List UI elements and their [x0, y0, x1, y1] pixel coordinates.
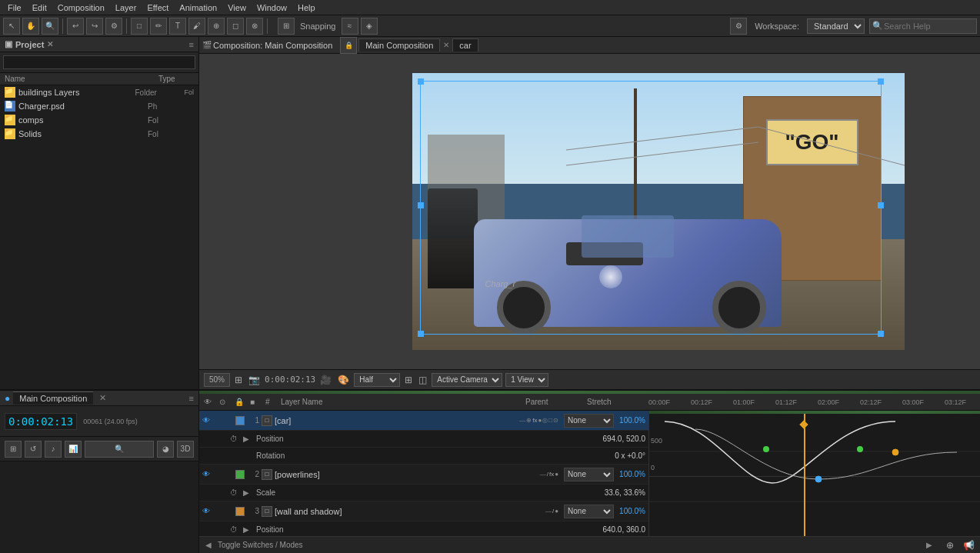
- project-panel-close[interactable]: ✕: [47, 40, 53, 48]
- menu-effect[interactable]: Effect: [142, 2, 173, 14]
- project-item-comps[interactable]: 📁 comps Fol: [0, 113, 198, 127]
- color-icon[interactable]: 🎨: [336, 375, 351, 385]
- scale-triangle[interactable]: ▶: [243, 488, 254, 497]
- l3-sw2[interactable]: /: [552, 508, 554, 515]
- l2-sw4[interactable]: ●: [555, 471, 558, 478]
- tool-rect[interactable]: □: [131, 18, 148, 35]
- tool-zoom[interactable]: 🔍: [42, 18, 58, 35]
- snapping-options[interactable]: ≈: [342, 18, 358, 35]
- workspace-settings[interactable]: ⚙: [730, 18, 747, 35]
- l1-sw2[interactable]: ⊕: [526, 417, 532, 424]
- kf-layer2-b[interactable]: [857, 446, 863, 452]
- layer-row-2[interactable]: 👁 2 □ [powerlines] — / fx ●: [199, 465, 648, 485]
- toggle-btn-right[interactable]: ▶: [926, 541, 932, 549]
- menu-file[interactable]: File: [3, 2, 26, 14]
- snapping-toggle[interactable]: ⊞: [278, 18, 295, 35]
- tool-clone[interactable]: ⊕: [208, 18, 225, 35]
- l3-sw1[interactable]: —: [545, 508, 552, 515]
- view-select[interactable]: 1 View: [505, 373, 548, 387]
- tool-select[interactable]: ↖: [3, 18, 20, 35]
- pos-triangle[interactable]: ▶: [243, 435, 254, 443]
- snapshot-icon[interactable]: 📷: [247, 375, 262, 385]
- tool-redo[interactable]: ↪: [86, 18, 103, 35]
- l2-sw2-slash[interactable]: /: [547, 471, 548, 478]
- layer-1-name[interactable]: [car]: [275, 416, 517, 425]
- layer-2-eye[interactable]: 👁: [202, 470, 210, 478]
- zoom-select-btn[interactable]: 50%: [204, 373, 230, 387]
- project-item-charger[interactable]: 📄 Charger.psd Ph: [0, 99, 198, 113]
- l1-sw1[interactable]: —: [519, 417, 525, 424]
- layer-3-name[interactable]: [wall and shadow]: [275, 507, 543, 516]
- project-panel-menu[interactable]: ≡: [189, 40, 194, 49]
- toggle-btn-left[interactable]: ◀: [205, 541, 212, 549]
- search-input[interactable]: [869, 18, 977, 34]
- layer-3-parent[interactable]: None: [564, 505, 614, 518]
- l1-sw4[interactable]: ●: [538, 417, 542, 424]
- l1-sw7[interactable]: ⊙: [553, 417, 558, 424]
- tool-hand[interactable]: ✋: [22, 18, 39, 35]
- snap-btn2[interactable]: ◈: [361, 18, 378, 35]
- tl-icon-2[interactable]: 📢: [962, 540, 976, 551]
- main-comp-close[interactable]: ✕: [99, 393, 106, 403]
- comp-tab-car[interactable]: car: [452, 38, 478, 52]
- l2-sw1[interactable]: —: [540, 471, 546, 478]
- comp-tab-main[interactable]: Main Composition: [358, 38, 440, 52]
- prop-scale-value[interactable]: 33.6, 33.6%: [605, 488, 645, 497]
- timeline-panel-menu[interactable]: ≡: [189, 394, 194, 403]
- timecode-display[interactable]: 0:00:02:13: [5, 413, 77, 430]
- prop-position-value[interactable]: 694.0, 520.0: [602, 435, 645, 443]
- layer-1-eye[interactable]: 👁: [202, 416, 210, 425]
- fit-icon[interactable]: ⊞: [233, 375, 244, 385]
- checkerboard-icon[interactable]: ◫: [417, 375, 428, 385]
- menu-help[interactable]: Help: [293, 2, 320, 14]
- timeline-playhead[interactable]: [804, 414, 805, 536]
- l3-sw3[interactable]: ●: [555, 508, 558, 515]
- kf-layer2-a[interactable]: [763, 446, 769, 452]
- tool-render[interactable]: ⚙: [105, 18, 122, 35]
- layer-2-parent[interactable]: None: [564, 468, 614, 481]
- camera-select[interactable]: Active Camera: [432, 373, 502, 387]
- layer-1-parent[interactable]: None: [564, 414, 614, 428]
- scale-stopwatch[interactable]: ⏱: [230, 488, 241, 497]
- workspace-select[interactable]: Standard: [807, 18, 865, 34]
- l1-sw3[interactable]: fx: [532, 417, 537, 424]
- tl-icon-1[interactable]: ⊕: [945, 540, 955, 551]
- comp-lock[interactable]: 🔒: [340, 37, 357, 54]
- btn-loop[interactable]: ↺: [25, 441, 42, 458]
- menu-window[interactable]: Window: [252, 2, 292, 14]
- project-item-solids[interactable]: 📁 Solids Fol: [0, 127, 198, 141]
- prop-l3-pos-value[interactable]: 640.0, 360.0: [602, 525, 645, 534]
- menu-composition[interactable]: Composition: [53, 2, 109, 14]
- btn-search-layers[interactable]: 🔍: [85, 441, 154, 458]
- layer-3-eye[interactable]: 👁: [202, 507, 210, 515]
- l1-sw5[interactable]: ◎: [542, 417, 548, 424]
- tool-pen[interactable]: ✏: [150, 18, 167, 35]
- menu-layer[interactable]: Layer: [111, 2, 142, 14]
- layer-row-1[interactable]: 👁 1 □ [car] — ⊕ fx ● ◎ □: [199, 411, 648, 431]
- menu-view[interactable]: View: [223, 2, 251, 14]
- btn-motion-blur[interactable]: ◕: [157, 441, 174, 458]
- prop-rotation-value[interactable]: 0 x +0.0°: [615, 451, 645, 460]
- btn-compose[interactable]: ⊞: [5, 441, 22, 458]
- btn-graph[interactable]: 📊: [65, 441, 82, 458]
- tool-puppet[interactable]: ⊗: [246, 18, 263, 35]
- l2-sw3-fx[interactable]: fx: [549, 471, 554, 478]
- menu-animation[interactable]: Animation: [175, 2, 222, 14]
- project-search-input[interactable]: [3, 55, 195, 69]
- cam-icon[interactable]: 🎥: [318, 375, 333, 385]
- layer-row-3[interactable]: 👁 3 □ [wall and shadow] — / ●: [199, 501, 648, 521]
- l1-sw6[interactable]: □: [548, 417, 552, 424]
- tool-text[interactable]: T: [169, 18, 186, 35]
- layer-2-name[interactable]: [powerlines]: [275, 470, 538, 479]
- pos-stopwatch[interactable]: ⏱: [230, 435, 241, 443]
- main-comp-tab[interactable]: Main Composition: [13, 391, 93, 405]
- toggle-label[interactable]: Toggle Switches / Modes: [218, 541, 303, 549]
- graph-canvas[interactable]: 500 0: [649, 414, 980, 536]
- btn-audio[interactable]: ♪: [45, 441, 62, 458]
- menu-edit[interactable]: Edit: [28, 2, 52, 14]
- comp-canvas[interactable]: "GO": [412, 73, 905, 350]
- tool-undo[interactable]: ↩: [67, 18, 84, 35]
- project-item-buildings[interactable]: 📁 buildings Layers Folder Fol: [0, 85, 198, 99]
- tool-brush[interactable]: 🖌: [188, 18, 205, 35]
- btn-3d[interactable]: 3D: [177, 441, 194, 458]
